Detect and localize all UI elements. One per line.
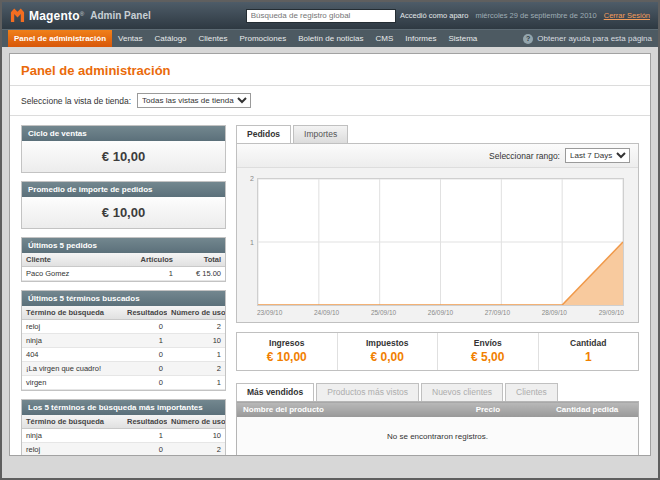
table-cell: 0 — [123, 443, 167, 456]
top-header: Magento® Admin Panel Accedió como aparo … — [2, 2, 658, 29]
dashboard-card: Panel de administración Seleccione la vi… — [9, 53, 651, 456]
nav-item-sistema[interactable]: Sistema — [442, 30, 483, 47]
table-cell: 1 — [125, 267, 177, 281]
empty-message: No se encontraron registros. — [237, 417, 639, 455]
logo-text: Magento — [29, 9, 80, 23]
x-axis-label: 29/09/10 — [599, 309, 624, 316]
tab-clientes[interactable]: Clientes — [505, 383, 558, 401]
x-axis-label: 24/09/10 — [314, 309, 339, 316]
last-orders-table: ClienteArtículosTotal Paco Gomez1€ 15.00 — [22, 253, 225, 281]
column-header: Cliente — [22, 253, 125, 267]
logout-link[interactable]: Cerrar Sesión — [604, 11, 650, 20]
orders-chart-container: Seleccionar rango: Last 7 Days 12 — [236, 143, 639, 323]
tab-importes[interactable]: Importes — [293, 125, 348, 143]
table-cell: ninja — [22, 429, 123, 443]
table-cell: 0 — [123, 320, 167, 334]
nav-item-boletin[interactable]: Boletín de noticias — [292, 30, 369, 47]
products-tabs: Más vendidos Productos más vistos Nuevos… — [236, 383, 639, 401]
column-header: Término de búsqueda — [22, 415, 123, 429]
table-cell: ninja — [22, 334, 123, 348]
nav-item-cms[interactable]: CMS — [370, 30, 400, 47]
stat-impuestos: Impuestos € 0,00 — [338, 333, 439, 370]
stat-value: € 10,00 — [237, 350, 337, 364]
stat-value: 1 — [539, 350, 639, 364]
table-row: virgen01 — [22, 376, 225, 390]
table-cell: 1 — [167, 376, 225, 390]
store-view-switcher: Seleccione la vista de tienda: Todas las… — [10, 86, 650, 116]
column-header: Número de usos — [167, 415, 225, 429]
orders-area-chart — [258, 179, 623, 305]
table-cell: virgen — [22, 376, 123, 390]
table-cell: reloj — [22, 443, 123, 456]
y-axis: 12 — [243, 178, 257, 306]
nav-item-dashboard[interactable]: Panel de administración — [8, 30, 112, 47]
dashboard-columns: Ciclo de ventas € 10,00 Promedio de impo… — [10, 116, 650, 455]
nav-item-informes[interactable]: Informes — [399, 30, 442, 47]
column-header: Nombre del producto — [237, 402, 470, 418]
column-header: Resultados — [123, 306, 167, 320]
header-user-area: Accedió como aparo miércoles 29 de septi… — [400, 11, 650, 20]
table-cell: 0 — [123, 362, 167, 376]
column-header: Número de usos — [167, 306, 225, 320]
header-date: miércoles 29 de septiembre de 2010 — [475, 11, 596, 20]
table-cell: 10 — [167, 334, 225, 348]
table-row: reloj02 — [22, 443, 225, 456]
left-column: Ciclo de ventas € 10,00 Promedio de impo… — [21, 125, 226, 446]
tab-mas-vendidos[interactable]: Más vendidos — [236, 383, 314, 402]
average-order-panel: Promedio de importe de pedidos € 10,00 — [21, 181, 226, 229]
bestsellers-grid: Nombre del productoPrecioCantidad pedida… — [236, 401, 639, 455]
column-header: Total — [177, 253, 225, 267]
nav-item-clientes[interactable]: Clientes — [193, 30, 234, 47]
x-axis-label: 23/09/10 — [257, 309, 282, 316]
table-cell: 2 — [167, 443, 225, 456]
top-search-terms-table: Término de búsquedaResultadosNúmero de u… — [22, 415, 225, 455]
global-search-input[interactable] — [246, 9, 396, 23]
range-select[interactable]: Last 7 Days — [565, 148, 630, 163]
last-orders-panel: Últimos 5 pedidos ClienteArtículosTotal … — [21, 237, 226, 282]
range-label: Seleccionar rango: — [489, 151, 560, 161]
x-axis-label: 28/09/10 — [542, 309, 567, 316]
y-axis-label: 1 — [250, 239, 254, 246]
tab-nuevos-clientes[interactable]: Nuevos clientes — [421, 383, 503, 401]
nav-item-ventas[interactable]: Ventas — [112, 30, 148, 47]
main-nav: Panel de administración Ventas Catálogo … — [2, 29, 658, 47]
help-link-label: Obtener ayuda para esta página — [537, 34, 652, 43]
magento-logo: Magento® Admin Panel — [10, 8, 151, 23]
x-axis-label: 26/09/10 — [428, 309, 453, 316]
table-row: Paco Gomez1€ 15.00 — [22, 267, 225, 281]
stat-label: Impuestos — [338, 338, 438, 348]
stat-label: Envíos — [438, 338, 538, 348]
nav-item-catalogo[interactable]: Catálogo — [149, 30, 193, 47]
last-search-terms-title: Últimos 5 términos buscados — [22, 291, 225, 306]
table-cell: 1 — [167, 348, 225, 362]
table-cell: 0 — [123, 376, 167, 390]
store-view-select[interactable]: Todas las vistas de tienda — [137, 93, 251, 108]
top-search-terms-panel: Los 5 términos de búsqueda más important… — [21, 399, 226, 455]
table-cell: 10 — [167, 429, 225, 443]
store-view-label: Seleccione la vista de tienda: — [21, 96, 131, 106]
y-axis-label: 2 — [250, 175, 254, 182]
sales-cycle-title: Ciclo de ventas — [22, 126, 225, 141]
tab-pedidos[interactable]: Pedidos — [236, 125, 291, 144]
table-row: ninja110 — [22, 429, 225, 443]
tab-productos-mas-vistos[interactable]: Productos más vistos — [316, 383, 419, 401]
page-head: Panel de administración — [10, 54, 650, 86]
last-orders-title: Últimos 5 pedidos — [22, 238, 225, 253]
magento-admin-window: Magento® Admin Panel Accedió como aparo … — [0, 0, 660, 480]
table-cell: 404 — [22, 348, 123, 362]
table-row: ninja110 — [22, 334, 225, 348]
nav-item-promociones[interactable]: Promociones — [233, 30, 292, 47]
table-row: ¡La virgen que cuadro!02 — [22, 362, 225, 376]
average-order-title: Promedio de importe de pedidos — [22, 182, 225, 197]
table-cell: 1 — [123, 429, 167, 443]
chart-area: 12 23/09/1024/09/1025/09/1026/09/1027/09… — [237, 168, 638, 322]
table-cell: € 15.00 — [177, 267, 225, 281]
table-row: reloj02 — [22, 320, 225, 334]
x-axis-label: 25/09/10 — [371, 309, 396, 316]
plot — [257, 178, 624, 306]
logo-suffix: Admin Panel — [90, 10, 151, 21]
table-cell: 2 — [167, 362, 225, 376]
help-link[interactable]: ? Obtener ayuda para esta página — [523, 30, 652, 47]
table-cell: 2 — [167, 320, 225, 334]
range-bar: Seleccionar rango: Last 7 Days — [237, 144, 638, 168]
